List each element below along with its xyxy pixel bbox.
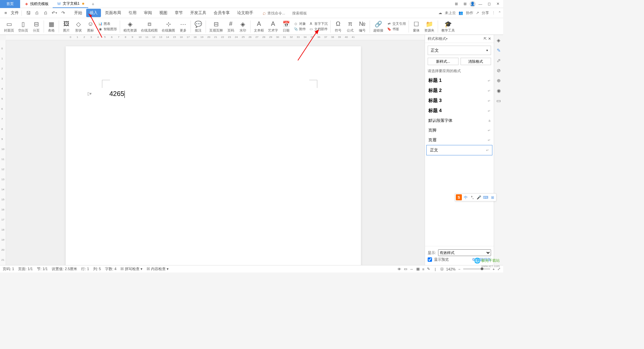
chart-button[interactable]: 📊图表 [98,21,117,26]
panel-pin-icon[interactable]: ⇱ [484,37,487,41]
more-button[interactable]: ⋯更多 [177,20,189,33]
style-footer[interactable]: 页脚↵ [425,126,494,135]
formula-button[interactable]: π公式 [344,20,356,33]
menu-reference[interactable]: 引用 [125,9,140,17]
menu-insert[interactable]: 插入 [86,9,101,17]
menu-hamburger-icon[interactable]: ≡ [2,9,9,17]
side-tool-icon[interactable]: ▭ [495,97,502,104]
side-limit-icon[interactable]: ⊘ [495,67,502,74]
textbox-button[interactable]: A文本框 [252,20,266,33]
maximize-button[interactable]: ◻ [485,1,493,7]
collapse-icon[interactable]: ⌃ [498,11,501,15]
watermark-button[interactable]: ◈水印 [237,20,249,33]
style-default-font[interactable]: 默认段落字体a [425,116,494,126]
ime-settings-icon[interactable]: ⊞ [489,194,495,200]
side-format-icon[interactable]: ◈ [495,37,502,44]
table-button[interactable]: ▦表格 [45,20,57,33]
menu-vip[interactable]: 会员专享 [210,9,233,17]
style-header[interactable]: 页眉↵ [425,135,494,145]
icon-button[interactable]: ☺图标 [85,20,97,33]
ime-punct-icon[interactable]: °, [469,194,475,200]
resource-folder-button[interactable]: 📁资源夹 [422,20,436,33]
mindmap-button[interactable]: ⊹在线脑图 [160,20,177,33]
vertical-ruler[interactable]: document.write(Array.from({length:22},(_… [0,40,6,265]
side-analyze-icon[interactable]: ◉ [495,87,502,94]
panel-close-icon[interactable]: ✕ [488,37,491,41]
cover-page-button[interactable]: ▭封面页 [2,20,16,33]
resource-button[interactable]: ◈稻壳资源 [121,20,139,33]
crossref-button[interactable]: ⇄交叉引用 [387,21,406,26]
spell-check[interactable]: ☒ 拼写检查 ▾ [120,266,143,271]
save-icon[interactable]: 🖫 [24,9,32,17]
style-heading1[interactable]: 标题 1↵ [425,76,494,86]
more-icon[interactable]: ⋮ [492,11,495,15]
status-section[interactable]: 节: 1/1 [37,266,48,271]
bookmark-button[interactable]: 🔖书签 [387,27,406,32]
redo-icon[interactable]: ↷ [59,9,67,17]
symbol-button[interactable]: Ω符号 [332,20,344,33]
style-body[interactable]: 正文↵ [426,145,492,155]
coop-button[interactable]: 协作 [466,10,473,15]
tab-templates[interactable]: ◈ 找稻壳模板 [20,0,53,8]
menu-section[interactable]: 章节 [171,9,186,17]
search-template-input[interactable] [292,11,316,15]
hyperlink-button[interactable]: 🔗超链接 [371,20,385,33]
smartart-button[interactable]: ◉智能图形 [98,27,117,32]
undo-icon[interactable]: ↶▾ [51,9,58,17]
search-command-input[interactable] [267,11,291,15]
clear-format-button[interactable]: 清除格式 [461,58,491,65]
docpart-button[interactable]: ▭文档部件 [309,27,328,32]
current-style-select[interactable]: 正文 ▾ [428,46,491,55]
fit-icon[interactable]: ⊡ [440,267,443,271]
attach-button[interactable]: 📎附件 [293,27,306,32]
zoom-out-button[interactable]: − [458,267,460,271]
dropcap-button[interactable]: A首字下沉 [309,21,328,26]
menu-layout[interactable]: 页面布局 [102,9,124,17]
style-heading2[interactable]: 标题 2↵ [425,86,494,96]
cloud-status[interactable]: 未上云 [445,10,456,15]
picture-button[interactable]: 🖼图片 [60,20,72,33]
zoom-slider[interactable] [463,268,490,269]
style-heading3[interactable]: 标题 3↵ [425,96,494,106]
menu-review[interactable]: 审阅 [141,9,155,17]
ime-toolbar[interactable]: S 中 °, 🎤 ⌨ ⊞ [455,193,496,201]
side-style-icon[interactable]: ✎ [495,47,502,54]
pagenum-button[interactable]: #页码 [225,20,237,33]
show-select[interactable]: 有效样式 [438,249,491,256]
status-chars[interactable]: 字数: 4 [105,266,116,271]
status-line[interactable]: 行: 1 [81,266,89,271]
date-button[interactable]: 📅日期 [280,20,292,33]
minimize-button[interactable]: — [476,1,484,7]
status-pages[interactable]: 页面: 1/1 [18,266,33,271]
apps-icon[interactable]: ⊞ [461,1,469,7]
view-read-icon[interactable]: ▭ [404,267,407,271]
view-web-icon[interactable]: ▦ [416,267,420,271]
new-style-button[interactable]: 新样式... [428,58,459,65]
view-print-icon[interactable]: ✎ [427,267,430,271]
form-button[interactable]: ☐窗体 [410,20,422,33]
shape-button[interactable]: ◇形状 [72,20,85,33]
preview-checkbox[interactable] [428,257,432,262]
wordart-button[interactable]: A艺术字 [266,20,280,33]
page[interactable]: ▯▾ 4265 [66,46,361,265]
side-select-icon[interactable]: ⬀ [495,57,502,64]
avatar-icon[interactable]: 👤 [470,1,476,7]
menu-devtools[interactable]: 开发工具 [187,9,210,17]
file-menu[interactable]: 文件 [11,10,19,16]
number-button[interactable]: №编号 [356,20,368,33]
content-check[interactable]: ☒ 内容检查 ▾ [147,266,169,271]
comment-button[interactable]: 💬批注 [192,20,204,33]
ime-lang[interactable]: 中 [463,194,469,200]
ime-voice-icon[interactable]: 🎤 [476,194,482,200]
document-text[interactable]: 4265 [109,90,125,98]
ime-keyboard-icon[interactable]: ⌨ [483,194,489,200]
teaching-button[interactable]: 🎓教学工具 [439,20,457,33]
page-break-button[interactable]: ⊟分页 [30,20,42,33]
side-backup-icon[interactable]: ⊕ [495,77,502,84]
status-column[interactable]: 列: 5 [93,266,101,271]
header-footer-button[interactable]: ⊟页眉页脚 [207,20,225,33]
flowchart-button[interactable]: ⧈在线流程图 [139,20,160,33]
tab-home[interactable]: 首页 [0,0,20,8]
tab-add-button[interactable]: + [88,1,98,7]
view-outline-icon[interactable]: ≡ [422,267,424,271]
